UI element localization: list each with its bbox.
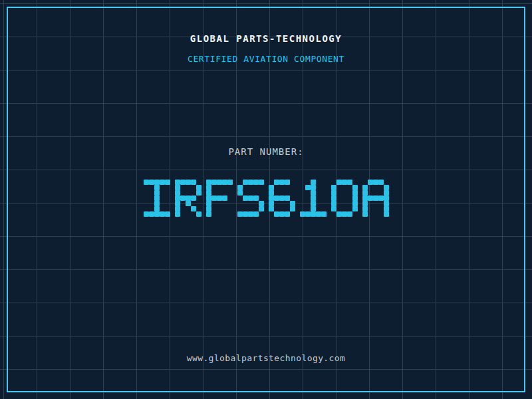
blueprint-card: GLOBAL PARTS-TECHNOLOGY CERTIFIED AVIATI… bbox=[0, 0, 532, 399]
certification-tagline: CERTIFIED AVIATION COMPONENT bbox=[0, 54, 532, 64]
website-url: www.globalpartstechnology.com bbox=[0, 353, 532, 363]
company-name: GLOBAL PARTS-TECHNOLOGY bbox=[0, 33, 532, 44]
part-number-display bbox=[0, 180, 532, 217]
part-number-label: PART NUMBER: bbox=[0, 146, 532, 157]
